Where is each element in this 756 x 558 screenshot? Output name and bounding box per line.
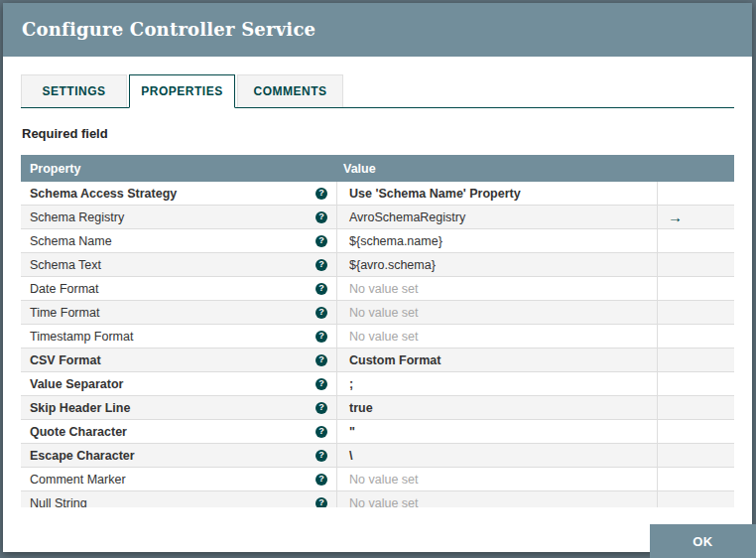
help-icon[interactable]: ? xyxy=(315,331,327,343)
table-row[interactable]: Null String?No value set xyxy=(21,491,734,507)
ok-button[interactable]: OK xyxy=(650,524,756,558)
help-icon[interactable]: ? xyxy=(315,497,327,508)
table-header-row: Property Value xyxy=(21,155,734,182)
table-row[interactable]: Timestamp Format?No value set xyxy=(21,325,734,349)
property-value-cell[interactable]: true xyxy=(337,396,657,419)
property-value-cell[interactable]: No value set xyxy=(337,325,657,348)
table-row[interactable]: Quote Character?" xyxy=(21,420,734,444)
table-row[interactable]: CSV Format?Custom Format xyxy=(21,349,734,372)
property-name-cell: Null String? xyxy=(21,491,337,507)
help-icon[interactable]: ? xyxy=(315,474,327,486)
action-cell xyxy=(657,182,734,205)
property-name-cell: Date Format? xyxy=(21,277,337,300)
table-row[interactable]: Schema Text?${avro.schema} xyxy=(21,253,734,277)
tab-properties[interactable]: PROPERTIES xyxy=(129,74,235,108)
property-name: Timestamp Format xyxy=(30,330,133,344)
required-field-note: Required field xyxy=(22,126,734,141)
tab-settings[interactable]: SETTINGS xyxy=(21,74,127,107)
property-name: Date Format xyxy=(30,282,98,296)
property-value-cell[interactable]: ; xyxy=(337,372,657,395)
property-name: Quote Character xyxy=(30,425,127,439)
table-row[interactable]: Comment Marker?No value set xyxy=(21,468,734,491)
property-name-cell: Time Format? xyxy=(21,301,337,324)
property-name: Time Format xyxy=(30,306,99,320)
property-name-cell: CSV Format? xyxy=(21,349,337,371)
property-value-cell[interactable]: No value set xyxy=(337,277,657,300)
property-value-cell[interactable]: " xyxy=(337,420,657,443)
table-row[interactable]: Schema Registry?AvroSchemaRegistry→ xyxy=(21,206,734,229)
help-icon[interactable]: ? xyxy=(315,188,327,200)
property-name-cell: Comment Marker? xyxy=(21,468,337,490)
help-icon[interactable]: ? xyxy=(315,259,327,271)
action-cell xyxy=(657,325,734,348)
property-name: Comment Marker xyxy=(30,473,126,487)
help-icon[interactable]: ? xyxy=(315,450,327,462)
property-table: Property Value Schema Access Strategy?Us… xyxy=(21,155,734,507)
help-icon[interactable]: ? xyxy=(315,283,327,295)
help-icon[interactable]: ? xyxy=(315,378,327,390)
table-row[interactable]: Schema Access Strategy?Use 'Schema Name'… xyxy=(21,182,734,206)
action-cell xyxy=(657,277,734,300)
dialog-title: Configure Controller Service xyxy=(3,3,752,57)
table-row[interactable]: Date Format?No value set xyxy=(21,277,734,301)
table-row[interactable]: Skip Header Line?true xyxy=(21,396,734,420)
property-value-cell[interactable]: No value set xyxy=(337,301,657,324)
table-row[interactable]: Escape Character?\ xyxy=(21,444,734,468)
property-value-cell[interactable]: Custom Format xyxy=(337,349,657,371)
table-row[interactable]: Schema Name?${schema.name} xyxy=(21,229,734,253)
property-name: Value Separator xyxy=(30,377,124,391)
property-name-cell: Schema Name? xyxy=(21,229,337,252)
property-name-cell: Quote Character? xyxy=(21,420,337,443)
action-cell xyxy=(657,372,734,395)
configure-controller-service-dialog: Configure Controller Service SETTINGSPRO… xyxy=(3,3,752,552)
property-name: Escape Character xyxy=(30,449,135,463)
help-icon[interactable]: ? xyxy=(315,402,327,414)
tab-bar: SETTINGSPROPERTIESCOMMENTS xyxy=(21,73,734,108)
action-cell xyxy=(657,396,734,419)
property-name-cell: Value Separator? xyxy=(21,372,337,395)
dialog-content: SETTINGSPROPERTIESCOMMENTS Required fiel… xyxy=(3,73,752,507)
property-value-cell[interactable]: No value set xyxy=(337,468,657,490)
column-header-property: Property xyxy=(21,162,337,176)
property-name: Schema Name xyxy=(30,234,112,248)
help-icon[interactable]: ? xyxy=(315,211,327,223)
property-name-cell: Schema Text? xyxy=(21,253,337,276)
screen-backdrop: Configure Controller Service SETTINGSPRO… xyxy=(0,0,756,558)
property-value-cell[interactable]: \ xyxy=(337,444,657,467)
action-cell xyxy=(657,420,734,443)
property-value-cell[interactable]: Use 'Schema Name' Property xyxy=(337,182,657,205)
action-cell xyxy=(657,301,734,324)
help-icon[interactable]: ? xyxy=(315,235,327,247)
property-value-cell[interactable]: ${schema.name} xyxy=(337,229,657,252)
property-name-cell: Escape Character? xyxy=(21,444,337,467)
help-icon[interactable]: ? xyxy=(315,426,327,438)
property-name: Skip Header Line xyxy=(30,401,130,415)
action-cell xyxy=(657,253,734,276)
action-cell xyxy=(657,468,734,490)
help-icon[interactable]: ? xyxy=(315,307,327,319)
table-row[interactable]: Time Format?No value set xyxy=(21,301,734,325)
column-header-value: Value xyxy=(337,162,657,176)
property-name-cell: Skip Header Line? xyxy=(21,396,337,419)
dialog-titlebar: Configure Controller Service xyxy=(3,3,752,57)
action-cell xyxy=(657,229,734,252)
property-name: Null String xyxy=(30,496,87,508)
property-name-cell: Timestamp Format? xyxy=(21,325,337,348)
table-row[interactable]: Value Separator?; xyxy=(21,372,734,396)
property-name: Schema Registry xyxy=(30,210,124,224)
go-to-service-arrow-icon[interactable]: → xyxy=(668,209,683,225)
tab-comments[interactable]: COMMENTS xyxy=(237,74,343,107)
action-cell[interactable]: → xyxy=(657,206,734,228)
help-icon[interactable]: ? xyxy=(315,354,327,366)
property-value-cell[interactable]: ${avro.schema} xyxy=(337,253,657,276)
property-table-body: Schema Access Strategy?Use 'Schema Name'… xyxy=(21,182,734,507)
action-cell xyxy=(657,491,734,507)
action-cell xyxy=(657,349,734,371)
property-name-cell: Schema Registry? xyxy=(21,206,337,228)
property-name: Schema Access Strategy xyxy=(30,187,177,201)
property-value-cell[interactable]: No value set xyxy=(337,491,657,507)
property-value-cell[interactable]: AvroSchemaRegistry xyxy=(337,206,657,228)
property-name: Schema Text xyxy=(30,258,101,272)
action-cell xyxy=(657,444,734,467)
property-name: CSV Format xyxy=(30,353,101,367)
